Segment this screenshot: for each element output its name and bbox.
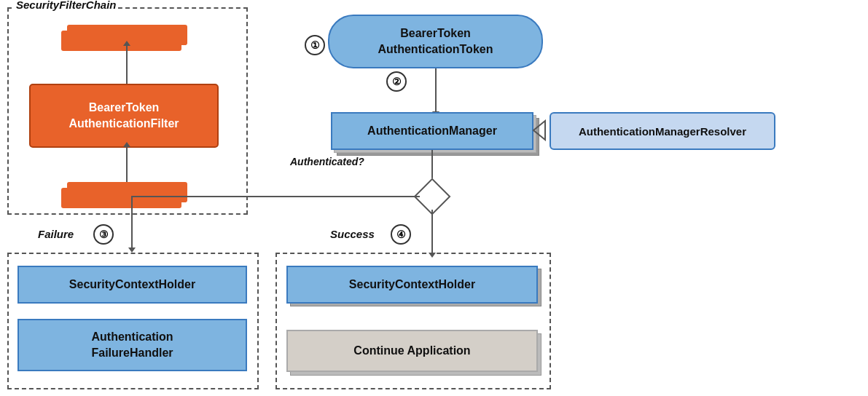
auth-manager-resolver-box: AuthenticationManagerResolver (550, 112, 775, 150)
auth-manager-box: AuthenticationManager (331, 112, 533, 150)
auth-failure-handler-label: Authentication FailureHandler (91, 329, 173, 362)
auth-manager-label: AuthenticationManager (367, 124, 497, 138)
arrow-failure-horizontal (131, 196, 420, 197)
bearer-filter-box: BearerToken AuthenticationFilter (29, 84, 219, 148)
sec-ctx-holder-success-label: SecurityContextHolder (349, 278, 475, 291)
authenticated-question-label: Authenticated? (290, 156, 364, 167)
auth-failure-handler-box: Authentication FailureHandler (17, 319, 247, 371)
orange-bar-bottom-front (61, 188, 181, 208)
svg-marker-0 (533, 121, 545, 140)
security-filter-chain-box: SecurityFilterChain BearerToken Authenti… (7, 7, 248, 215)
security-filter-chain-label: SecurityFilterChain (15, 0, 118, 11)
step3-circle: ③ (93, 224, 114, 245)
arrow-bottom-connector (126, 146, 128, 184)
arrow-step2 (435, 68, 437, 112)
step2-circle: ② (386, 71, 407, 92)
step4-circle: ④ (391, 224, 411, 245)
bearer-filter-label: BearerToken AuthenticationFilter (69, 100, 179, 132)
bearer-token-box: BearerToken AuthenticationToken (328, 15, 543, 68)
sec-ctx-holder-success-box: SecurityContextHolder (286, 266, 538, 304)
continue-app-box: Continue Application (286, 330, 538, 372)
sec-ctx-holder-failure-label: SecurityContextHolder (69, 278, 195, 291)
auth-manager-resolver-label: AuthenticationManagerResolver (579, 125, 746, 138)
arrow-top-connector (126, 45, 128, 85)
bearer-token-label: BearerToken AuthenticationToken (378, 25, 493, 58)
arrow-success-vertical (431, 210, 433, 253)
sec-ctx-holder-failure-box: SecurityContextHolder (17, 266, 247, 304)
success-label: Success (330, 228, 375, 240)
arrow-failure-vertical (131, 196, 133, 248)
step1-circle: ① (305, 35, 325, 55)
delegate-triangle-icon (532, 119, 547, 141)
continue-app-label: Continue Application (353, 344, 470, 357)
failure-label: Failure (38, 228, 74, 240)
diagram-container: SecurityFilterChain BearerToken Authenti… (0, 0, 868, 396)
